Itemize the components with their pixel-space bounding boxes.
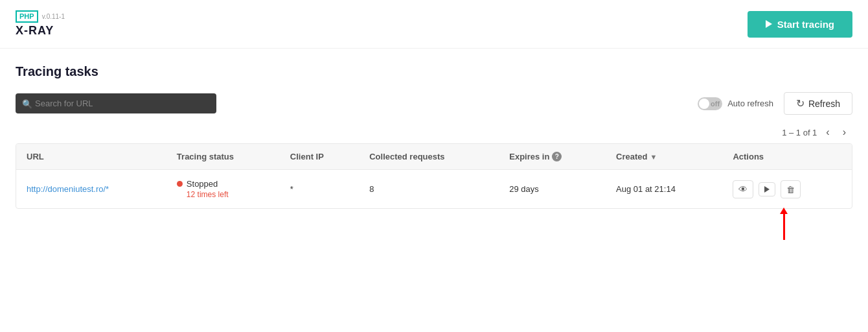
col-client-ip-label: Client IP: [290, 152, 324, 161]
red-arrow-annotation: [715, 209, 852, 240]
col-collected-requests-label: Collected requests: [369, 152, 444, 161]
actions-cell: [733, 180, 841, 198]
cell-expires-in: 29 days: [499, 170, 606, 209]
table-body: http://domeniutest.ro/* Stopped 12 times…: [16, 170, 852, 209]
col-header-created: Created ▼: [606, 144, 722, 170]
status-text: Stopped: [187, 179, 218, 189]
logo-area: PHP v.0.11-1 X-RAY: [16, 10, 65, 38]
toggle-off-label: off: [711, 100, 720, 108]
page-title: Tracing tasks: [16, 64, 852, 79]
cell-actions: [722, 170, 852, 209]
toggle-knob: [699, 99, 709, 109]
status-sub: 12 times left: [187, 190, 269, 199]
table-row: http://domeniutest.ro/* Stopped 12 times…: [16, 170, 852, 209]
view-button[interactable]: [733, 180, 753, 198]
col-header-collected-requests: Collected requests: [359, 144, 499, 170]
url-link[interactable]: http://domeniutest.ro/*: [27, 184, 109, 194]
cell-collected-requests: 8: [359, 170, 499, 209]
cell-client-ip: *: [280, 170, 359, 209]
search-input[interactable]: [16, 93, 216, 113]
auto-refresh-toggle[interactable]: off: [698, 97, 722, 110]
table-header-row: URL Tracing status Client IP Collected r…: [16, 144, 852, 170]
auto-refresh-area: off Auto refresh: [698, 97, 773, 110]
refresh-icon: ↻: [796, 97, 805, 110]
col-header-url: URL: [16, 144, 166, 170]
arrow-up: [783, 214, 785, 240]
play-icon: [766, 20, 772, 28]
version-label: v.0.11-1: [42, 13, 65, 20]
refresh-label: Refresh: [808, 99, 840, 109]
status-dot-row: Stopped: [177, 179, 269, 189]
data-table: URL Tracing status Client IP Collected r…: [16, 144, 852, 208]
trash-icon: [786, 184, 795, 195]
table-header: URL Tracing status Client IP Collected r…: [16, 144, 852, 170]
col-url-label: URL: [27, 152, 44, 161]
status-dot: [177, 181, 183, 187]
col-header-expires-in: Expires in ?: [499, 144, 606, 170]
main-content: Tracing tasks 🔍 off Auto refresh ↻ Refre…: [0, 49, 868, 240]
pagination-prev-button[interactable]: ‹: [822, 125, 833, 139]
col-header-tracing-status: Tracing status: [166, 144, 280, 170]
table-container: URL Tracing status Client IP Collected r…: [16, 143, 852, 209]
cell-tracing-status: Stopped 12 times left: [166, 170, 280, 209]
toolbar-right: off Auto refresh ↻ Refresh: [698, 92, 852, 115]
play-btn-icon: [764, 186, 770, 193]
col-header-client-ip: Client IP: [280, 144, 359, 170]
search-icon: 🔍: [22, 99, 32, 108]
cell-created: Aug 01 at 21:14: [606, 170, 722, 209]
pagination-row: 1 – 1 of 1 ‹ ›: [16, 125, 852, 139]
col-expires-in-label-wrap: Expires in ?: [509, 152, 562, 161]
header: PHP v.0.11-1 X-RAY Start tracing: [0, 0, 868, 49]
refresh-button[interactable]: ↻ Refresh: [784, 92, 852, 115]
auto-refresh-label: Auto refresh: [727, 99, 773, 108]
expires-in-info-icon[interactable]: ?: [552, 152, 562, 161]
start-tracing-label: Start tracing: [777, 19, 834, 30]
col-created-label: Created: [616, 152, 647, 161]
search-wrapper: 🔍: [16, 93, 216, 113]
status-cell: Stopped 12 times left: [177, 179, 269, 199]
start-tracing-button[interactable]: Start tracing: [748, 11, 852, 38]
pagination-next-button[interactable]: ›: [839, 125, 850, 139]
created-sort-icon: ▼: [650, 153, 657, 161]
logo-box: PHP v.0.11-1: [16, 10, 65, 23]
col-tracing-status-label: Tracing status: [177, 152, 234, 161]
eye-icon: [738, 184, 748, 195]
col-expires-in-label: Expires in: [509, 152, 549, 161]
play-button[interactable]: [759, 182, 775, 196]
app-title: X-RAY: [16, 24, 65, 38]
col-created-sort[interactable]: Created ▼: [616, 152, 657, 161]
toolbar: 🔍 off Auto refresh ↻ Refresh: [16, 92, 852, 115]
cell-url: http://domeniutest.ro/*: [16, 170, 166, 209]
col-header-actions: Actions: [722, 144, 852, 170]
col-actions-label: Actions: [733, 152, 764, 161]
pagination-info: 1 – 1 of 1: [782, 128, 817, 137]
delete-button[interactable]: [781, 180, 801, 198]
php-logo-icon: PHP: [16, 10, 38, 23]
